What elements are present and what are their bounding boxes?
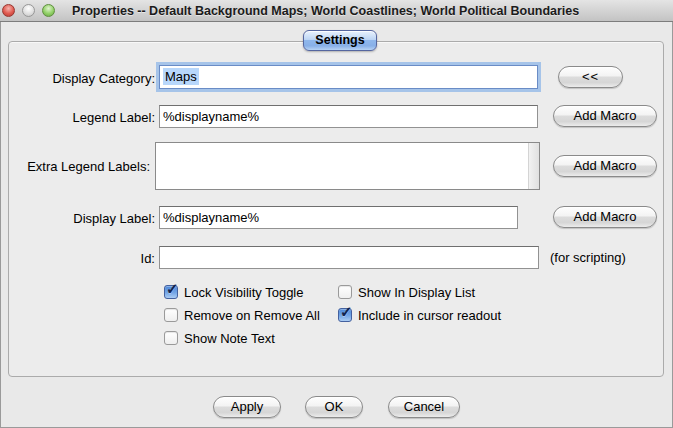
scrollbar[interactable] xyxy=(528,143,539,189)
id-field[interactable] xyxy=(159,246,539,269)
tab-settings[interactable]: Settings xyxy=(303,30,377,51)
ok-button[interactable]: OK xyxy=(305,396,363,418)
zoom-icon[interactable] xyxy=(42,4,55,17)
minimize-icon[interactable] xyxy=(22,4,35,17)
checkbox-label-show-note-text[interactable]: Show Note Text xyxy=(184,331,275,346)
checkbox-include-in-cursor-readout[interactable]: ✓ xyxy=(338,308,352,322)
cancel-button[interactable]: Cancel xyxy=(388,396,460,418)
checkbox-label-show-in-display-list[interactable]: Show In Display List xyxy=(358,285,475,300)
id-hint: (for scripting) xyxy=(550,246,626,269)
checkbox-lock-visibility-toggle[interactable]: ✓ xyxy=(164,285,178,299)
extra-legend-labels-label: Extra Legend Labels: xyxy=(6,159,150,174)
display-label-field[interactable] xyxy=(159,206,518,229)
legend-label-field[interactable] xyxy=(159,105,538,128)
id-label: Id: xyxy=(13,251,155,266)
checkbox-label-include-in-cursor-readout[interactable]: Include in cursor readout xyxy=(358,308,501,323)
checkbox-label-lock-visibility-toggle[interactable]: Lock Visibility Toggle xyxy=(184,285,303,300)
window-title: Properties -- Default Background Maps; W… xyxy=(72,0,579,22)
collapse-button[interactable]: << xyxy=(558,66,623,88)
checkbox-label-remove-on-remove-all[interactable]: Remove on Remove All xyxy=(184,308,320,323)
selected-text: Maps xyxy=(163,68,199,85)
add-macro-button-extra[interactable]: Add Macro xyxy=(553,155,657,177)
legend-label-label: Legend Label: xyxy=(13,110,155,125)
title-bar[interactable]: Properties -- Default Background Maps; W… xyxy=(0,0,673,22)
display-category-field[interactable]: Maps xyxy=(159,65,538,89)
checkmark-icon: ✓ xyxy=(166,280,179,298)
checkbox-show-in-display-list[interactable]: ✓ xyxy=(338,285,352,299)
checkmark-icon: ✓ xyxy=(340,303,353,321)
checkbox-remove-on-remove-all[interactable]: ✓ xyxy=(164,308,178,322)
add-macro-button-legend[interactable]: Add Macro xyxy=(553,105,657,127)
properties-window: Properties -- Default Background Maps; W… xyxy=(0,0,673,428)
checkbox-show-note-text[interactable]: ✓ xyxy=(164,331,178,345)
add-macro-button-display[interactable]: Add Macro xyxy=(553,206,657,228)
close-icon[interactable] xyxy=(2,4,15,17)
apply-button[interactable]: Apply xyxy=(213,396,281,418)
extra-legend-labels-textarea[interactable] xyxy=(155,142,540,190)
display-category-label: Display Category: xyxy=(13,71,155,86)
display-label-label: Display Label: xyxy=(13,211,155,226)
